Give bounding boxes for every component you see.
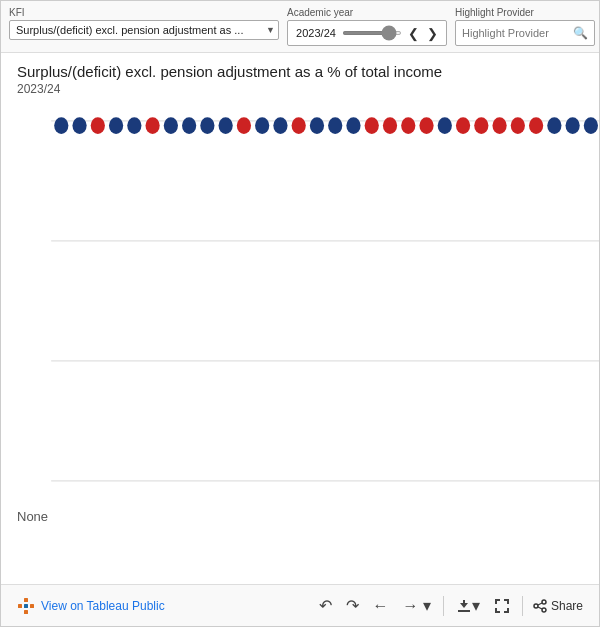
tableau-icon [17,597,35,615]
bottom-bar: View on Tableau Public ↶ ↷ ← → ▾ ▾ [1,584,599,626]
kfi-control-group: KFI Surplus/(deficit) excl. pension adju… [9,7,279,40]
svg-point-34 [529,117,543,134]
tableau-logo-area: View on Tableau Public [17,597,165,615]
chart-title: Surplus/(deficit) excl. pension adjustme… [17,63,583,80]
svg-point-14 [164,117,178,134]
svg-point-37 [584,117,598,134]
svg-point-22 [310,117,324,134]
svg-point-29 [438,117,452,134]
svg-line-49 [538,607,542,609]
svg-point-27 [401,117,415,134]
svg-point-46 [534,604,538,608]
chart-subtitle: 2023/24 [17,82,583,96]
svg-point-23 [328,117,342,134]
academic-year-group: Academic year 2023/24 ❮ ❯ [287,7,447,46]
year-controls: 2023/24 ❮ ❯ [287,20,447,46]
highlight-input-wrapper: 🔍 [455,20,595,46]
svg-rect-40 [24,610,28,614]
forward-button[interactable]: → ▾ [401,596,433,615]
svg-point-15 [182,117,196,134]
svg-marker-44 [460,600,468,608]
bottom-actions: ↶ ↷ ← → ▾ ▾ [317,596,583,616]
svg-rect-42 [30,604,34,608]
svg-point-19 [255,117,269,134]
svg-point-9 [72,117,86,134]
back-button[interactable]: ← [371,597,391,615]
svg-point-25 [365,117,379,134]
download-icon [456,598,472,614]
view-tableau-link[interactable]: View on Tableau Public [41,599,165,613]
year-forward-button[interactable]: ❯ [425,27,440,40]
fullscreen-button[interactable] [492,598,512,614]
svg-point-47 [542,608,546,612]
svg-rect-38 [24,598,28,602]
svg-point-20 [273,117,287,134]
chart-svg: 0 -500 -1000 -1500 [41,104,599,584]
kfi-select-wrapper: Surplus/(deficit) excl. pension adjustme… [9,20,279,40]
svg-point-35 [547,117,561,134]
svg-point-33 [511,117,525,134]
svg-point-12 [127,117,141,134]
academic-year-label: Academic year [287,7,447,18]
svg-point-24 [346,117,360,134]
share-icon [533,599,547,613]
share-label: Share [551,599,583,613]
chart-area: 0 -500 -1000 -1500 [1,100,599,584]
svg-point-45 [542,600,546,604]
svg-point-30 [456,117,470,134]
search-icon-button[interactable]: 🔍 [573,26,588,40]
svg-point-18 [237,117,251,134]
academic-year-value: 2023/24 [294,27,338,39]
year-back-button[interactable]: ❮ [406,27,421,40]
svg-point-11 [109,117,123,134]
svg-point-10 [91,117,105,134]
svg-point-17 [219,117,233,134]
svg-point-8 [54,117,68,134]
svg-point-13 [145,117,159,134]
share-button[interactable]: Share [533,599,583,613]
divider [443,596,444,616]
kfi-select[interactable]: Surplus/(deficit) excl. pension adjustme… [9,20,279,40]
svg-point-32 [492,117,506,134]
svg-point-31 [474,117,488,134]
highlight-input[interactable] [462,27,573,39]
svg-point-36 [566,117,580,134]
download-button[interactable]: ▾ [454,596,482,615]
undo-button[interactable]: ↶ [317,596,334,615]
svg-rect-39 [24,604,28,608]
controls-bar: KFI Surplus/(deficit) excl. pension adju… [1,1,599,53]
none-label: None [17,509,48,524]
svg-point-26 [383,117,397,134]
main-container: KFI Surplus/(deficit) excl. pension adju… [0,0,600,627]
year-slider[interactable] [342,31,402,35]
fullscreen-icon [494,598,510,614]
svg-point-21 [292,117,306,134]
svg-point-28 [419,117,433,134]
svg-point-16 [200,117,214,134]
chart-title-area: Surplus/(deficit) excl. pension adjustme… [1,53,599,100]
svg-rect-43 [458,610,470,612]
divider-2 [522,596,523,616]
svg-rect-41 [18,604,22,608]
redo-button[interactable]: ↷ [344,596,361,615]
svg-line-48 [538,603,542,605]
highlight-group: Highlight Provider 🔍 [455,7,595,46]
highlight-label: Highlight Provider [455,7,595,18]
kfi-label: KFI [9,7,279,18]
